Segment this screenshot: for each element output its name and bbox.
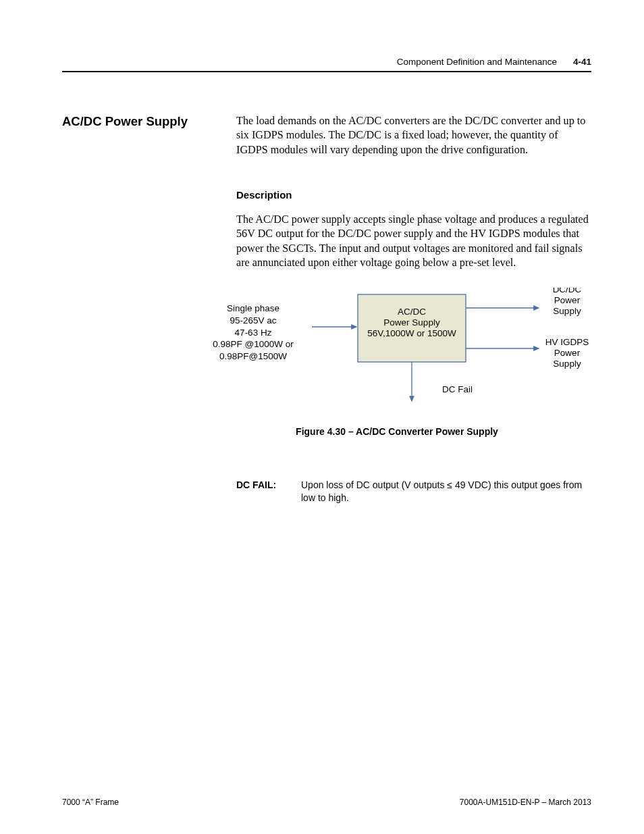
footer: 7000 “A” Frame 7000A-UM151D-EN-P – March…: [62, 798, 591, 807]
intro-paragraph: The load demands on the AC/DC converters…: [236, 114, 591, 157]
figure: Single phase 95-265V ac 47-63 Hz 0.98PF …: [236, 288, 591, 416]
body-column: The load demands on the AC/DC converters…: [236, 114, 591, 504]
out-top-1: DC/DC: [553, 288, 582, 294]
sub-heading: Description: [236, 188, 591, 202]
box-line-1: AC/DC: [398, 307, 426, 317]
footer-right: 7000A-UM151D-EN-P – March 2013: [460, 798, 591, 807]
dcfail-text: Upon loss of DC output (V outputs ≤ 49 V…: [301, 479, 591, 504]
dcfail-label: DC FAIL:: [236, 479, 301, 504]
section-heading: AC/DC Power Supply: [62, 114, 236, 129]
content-area: AC/DC Power Supply The load demands on t…: [62, 114, 591, 504]
description-paragraph: The AC/DC power supply accepts single ph…: [236, 213, 591, 271]
page: Component Definition and Maintenance 4-4…: [0, 0, 644, 834]
out-bot-3: Supply: [553, 359, 581, 369]
header-section-title: Component Definition and Maintenance: [397, 57, 557, 67]
dc-fail-label: DC Fail: [442, 384, 473, 394]
out-bot-2: Power: [554, 348, 581, 358]
box-line-3: 56V,1000W or 1500W: [367, 328, 456, 338]
out-top-2: Power: [554, 295, 581, 305]
header-rule: [62, 71, 591, 72]
section-row: AC/DC Power Supply The load demands on t…: [62, 114, 591, 504]
out-top-3: Supply: [553, 306, 581, 316]
figure-caption: Figure 4.30 – AC/DC Converter Power Supp…: [203, 425, 591, 438]
figure-svg: AC/DC Power Supply 56V,1000W or 1500W DC…: [236, 288, 601, 416]
running-header: Component Definition and Maintenance 4-4…: [62, 57, 591, 71]
footer-left: 7000 “A” Frame: [62, 798, 119, 807]
out-bot-1: HV IGDPS: [545, 337, 589, 347]
dcfail-row: DC FAIL: Upon loss of DC output (V outpu…: [236, 479, 591, 504]
box-line-2: Power Supply: [383, 317, 440, 328]
header-page-number: 4-41: [573, 57, 591, 67]
